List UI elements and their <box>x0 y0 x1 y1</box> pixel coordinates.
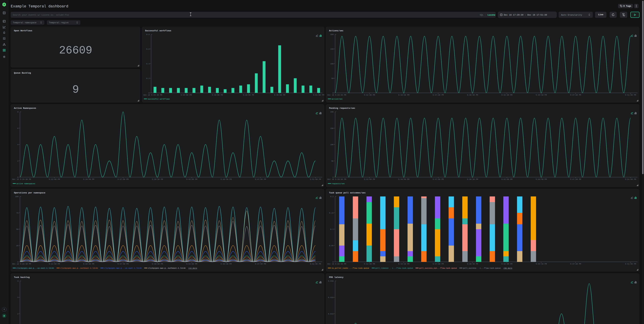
svg-text:poll_timeout · c..-flow-task-q: poll_timeout · c..-flow-task-queue <box>375 267 413 269</box>
svg-text:+12 more: +12 more <box>188 267 197 269</box>
svg-text:2: 2 <box>17 160 18 162</box>
svg-text:5:32:00 PM: 5:32:00 PM <box>364 263 375 265</box>
svg-text:5:32:00 PM: 5:32:00 PM <box>49 263 60 265</box>
svg-text:5:34:30 PM: 5:34:30 PM <box>398 178 410 180</box>
svg-text:5:37:00 PM: 5:37:00 PM <box>433 94 444 96</box>
svg-text:5:42:00 PM: 5:42:00 PM <box>501 178 512 180</box>
svg-text:5:44:30 PM: 5:44:30 PM <box>220 263 232 265</box>
svg-text:Active Namespaces: Active Namespaces <box>14 107 36 109</box>
svg-text:P95 latency: P95 latency <box>329 276 344 279</box>
svg-text:5:44:30 PM: 5:44:30 PM <box>536 178 547 180</box>
svg-text:50: 50 <box>16 228 18 230</box>
svg-text:0: 0 <box>17 176 18 178</box>
svg-text:Dec 16 5:29:30 PM: Dec 16 5:29:30 PM <box>12 178 31 180</box>
svg-text:0.15: 0.15 <box>329 212 334 214</box>
svg-text:0.019: 0.019 <box>328 313 334 315</box>
svg-text:150: 150 <box>330 48 334 50</box>
svg-text:5:34:30 PM: 5:34:30 PM <box>83 178 94 180</box>
svg-text:5:51:00 PM: 5:51:00 PM <box>625 263 636 265</box>
svg-text:9: 9 <box>72 83 79 96</box>
svg-text:Dec 16 5:29:30 PM: Dec 16 5:29:30 PM <box>327 263 346 265</box>
svg-text:5:38:00 PM: 5:38:00 PM <box>212 94 223 96</box>
svg-text:Dec 16 5:29:30 PM: Dec 16 5:29:30 PM <box>327 94 346 96</box>
svg-text:no_poller_tasks ..-flow-task-q: no_poller_tasks ..-flow-task-queue <box>332 267 369 269</box>
svg-text:Dec 16 5:29:30 PM: Dec 16 5:29:30 PM <box>12 263 31 265</box>
svg-text:Dec 16 5:29:30 PM: Dec 16 5:29:30 PM <box>327 178 346 180</box>
svg-text:5:47:00 PM: 5:47:00 PM <box>255 178 266 180</box>
svg-text:Operations per namespace: Operations per namespace <box>14 192 45 194</box>
svg-text:5:47:00 PM: 5:47:00 PM <box>570 263 581 265</box>
svg-text:0: 0 <box>332 261 334 263</box>
svg-text:0.029: 0.029 <box>328 297 334 299</box>
svg-text:Open Workflows: Open Workflows <box>14 29 32 32</box>
svg-text:Task backlog: Task backlog <box>14 276 30 279</box>
svg-text:0: 0 <box>148 92 150 94</box>
svg-text:0.038: 0.038 <box>328 280 334 282</box>
svg-text:5:39:30 PM: 5:39:30 PM <box>467 178 478 180</box>
svg-text:5:51:00 PM: 5:51:00 PM <box>625 178 636 180</box>
svg-text:8: 8 <box>17 111 18 113</box>
svg-text:5:47:00 PM: 5:47:00 PM <box>255 263 266 265</box>
svg-text:15K: 15K <box>330 127 334 129</box>
svg-text:D: D <box>4 315 5 317</box>
svg-text:5:34:30 PM: 5:34:30 PM <box>398 94 410 96</box>
svg-text:50: 50 <box>332 77 334 79</box>
svg-text:5:42:00 PM: 5:42:00 PM <box>501 263 512 265</box>
svg-text:5:44:30 PM: 5:44:30 PM <box>536 263 547 265</box>
svg-text:0: 0 <box>332 92 334 94</box>
svg-text:5K: 5K <box>332 160 334 162</box>
svg-text:25: 25 <box>16 245 18 247</box>
svg-text:Successful workflows: Successful workflows <box>145 29 171 32</box>
svg-text:5:44:30 PM: 5:44:30 PM <box>220 178 232 180</box>
svg-text:0: 0 <box>332 176 334 178</box>
svg-text:clickpipes-aws-p..-us-east-1.l: clickpipes-aws-p..-us-east-1.l2c4n <box>104 267 142 269</box>
svg-text:poll_success_syn..-flow-task-q: poll_success_syn..-flow-task-queue <box>419 267 457 269</box>
svg-text:5:34:00 PM: 5:34:00 PM <box>180 94 192 96</box>
svg-text:20K: 20K <box>330 111 334 113</box>
svg-text:0.2: 0.2 <box>146 77 150 79</box>
svg-text:5:37:00 PM: 5:37:00 PM <box>118 178 129 180</box>
svg-text:clickpipes-aws-p..-us-east-2.l: clickpipes-aws-p..-us-east-2.l2c4n <box>16 267 54 269</box>
svg-text:200: 200 <box>330 33 334 35</box>
svg-text:100: 100 <box>330 63 334 65</box>
svg-text:requests/sec: requests/sec <box>332 183 345 185</box>
svg-text:5:32:00 PM: 5:32:00 PM <box>49 178 60 180</box>
svg-text:Actions/sec: Actions/sec <box>329 29 344 32</box>
svg-text:5:42:00 PM: 5:42:00 PM <box>501 94 512 96</box>
svg-text:?: ? <box>4 309 5 311</box>
svg-text:clickpipes-aws-p..outheast-2.l: clickpipes-aws-p..outheast-2.l2c4n <box>60 267 98 269</box>
svg-text:5:37:00 PM: 5:37:00 PM <box>118 263 129 265</box>
svg-text:5:47:00 PM: 5:47:00 PM <box>570 94 581 96</box>
svg-text:100: 100 <box>15 196 18 198</box>
svg-text:successful workflows: successful workflows <box>148 98 170 100</box>
svg-text:5:51:00 PM: 5:51:00 PM <box>310 263 321 265</box>
svg-text:0.6: 0.6 <box>146 48 150 50</box>
svg-text:3: 3 <box>17 297 18 299</box>
svg-text:5:32:00 PM: 5:32:00 PM <box>364 94 375 96</box>
svg-text:5:51:00 PM: 5:51:00 PM <box>625 94 636 96</box>
svg-text:4: 4 <box>17 144 18 146</box>
svg-text:5:34:30 PM: 5:34:30 PM <box>83 263 94 265</box>
svg-text:clickpipes-aws-p..outheast-2.l: clickpipes-aws-p..outheast-2.l2c4n <box>148 267 186 269</box>
svg-text:26609: 26609 <box>59 44 92 57</box>
svg-text:0.4: 0.4 <box>146 63 150 65</box>
svg-text:5:39:30 PM: 5:39:30 PM <box>467 94 478 96</box>
svg-text:75: 75 <box>16 212 18 214</box>
svg-text:5:51:00 PM: 5:51:00 PM <box>313 94 324 96</box>
svg-text:5:37:00 PM: 5:37:00 PM <box>433 263 444 265</box>
svg-text:10K: 10K <box>330 144 334 146</box>
svg-text:6: 6 <box>17 127 18 129</box>
svg-text:5:51:00 PM: 5:51:00 PM <box>310 178 321 180</box>
svg-text:0.1: 0.1 <box>330 228 334 230</box>
svg-text:5:32:00 PM: 5:32:00 PM <box>364 178 375 180</box>
svg-text:action/sec: action/sec <box>332 98 343 100</box>
svg-text:5:39:30 PM: 5:39:30 PM <box>152 263 163 265</box>
svg-text:5:34:30 PM: 5:34:30 PM <box>398 263 410 265</box>
svg-text:0.2: 0.2 <box>330 196 334 198</box>
svg-text:Dec 16 5:29:30 PM: Dec 16 5:29:30 PM <box>144 94 162 96</box>
svg-text:5:44:30 PM: 5:44:30 PM <box>536 94 547 96</box>
svg-text:5:39:30 PM: 5:39:30 PM <box>152 178 163 180</box>
svg-text:5:42:00 PM: 5:42:00 PM <box>186 178 197 180</box>
svg-text:active namespaces: active namespaces <box>16 183 35 185</box>
svg-text:Task queue poll outcomes/sec: Task queue poll outcomes/sec <box>329 192 366 194</box>
